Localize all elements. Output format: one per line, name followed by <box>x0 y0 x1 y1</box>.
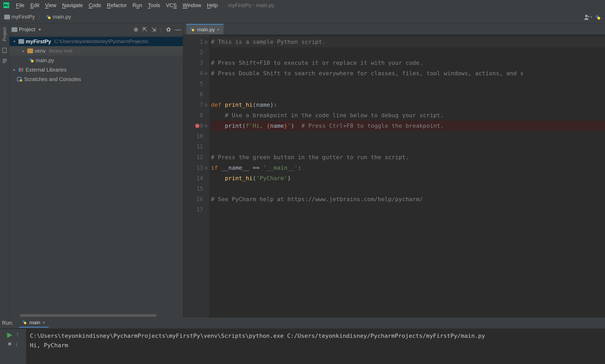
gutter-line[interactable]: 10 <box>183 131 207 142</box>
tool-window-project-stripe[interactable]: Project <box>2 26 7 43</box>
tree-root-name: myFirstPy <box>26 39 51 45</box>
chevron-right-icon[interactable]: ▸ <box>21 49 26 53</box>
gutter-line[interactable]: 15 <box>183 184 207 194</box>
python-file-icon <box>29 58 34 63</box>
python-file-icon <box>46 14 51 20</box>
gutter-line[interactable]: 5 <box>183 79 207 89</box>
menu-view[interactable]: View <box>42 1 59 9</box>
code-line[interactable]: # Use a breakpoint in the code line belo… <box>211 110 605 121</box>
menu-code[interactable]: Code <box>86 1 104 9</box>
tree-node-external-libraries[interactable]: ▸ External Libraries <box>9 65 183 74</box>
python-interpreter-icon[interactable] <box>595 14 600 20</box>
editor-tab-mainpy[interactable]: main.py × <box>186 24 224 34</box>
gutter-line[interactable]: 11 <box>183 142 207 152</box>
locate-file-icon[interactable]: ⊕ <box>134 26 138 33</box>
folder-icon <box>12 27 17 32</box>
project-tree[interactable]: ▾ myFirstPy C:\Users\teyonkindisney\Pych… <box>9 36 183 85</box>
tree-node-venv-name: venv <box>35 48 46 54</box>
settings-gear-icon[interactable]: ✿ <box>166 26 171 33</box>
gutter-line[interactable]: 6 <box>183 89 207 100</box>
gutter-line[interactable]: 12 <box>183 152 207 163</box>
navigation-bar: myFirstPy 〉 main.py ▾ <box>0 10 605 24</box>
code-line[interactable] <box>211 131 605 142</box>
close-tab-icon[interactable]: × <box>217 27 220 33</box>
code-line[interactable] <box>211 79 605 89</box>
menu-refactor[interactable]: Refactor <box>104 1 130 9</box>
run-tab-main[interactable]: main × <box>19 319 48 328</box>
gutter-line[interactable]: 4⊟ <box>183 68 207 79</box>
chevron-down-icon[interactable]: ▾ <box>12 39 17 44</box>
run-tool-window: ▶ ↑ ■ ↓ C:\Users\teyonkindisney\PycharmP… <box>0 329 605 364</box>
menu-window[interactable]: Window <box>180 1 204 9</box>
gutter-line[interactable]: 2 <box>183 47 207 58</box>
fold-icon[interactable]: ⊟ <box>205 100 207 110</box>
tree-root-project[interactable]: ▾ myFirstPy C:\Users\teyonkindisney\Pych… <box>9 37 183 46</box>
code-line[interactable]: # This is a sample Python script. <box>211 37 605 47</box>
menu-tools[interactable]: Tools <box>145 1 163 9</box>
code-line[interactable]: # Press the green button in the gutter t… <box>211 152 605 163</box>
svg-point-15 <box>20 79 22 82</box>
menu-vcs[interactable]: VCS <box>163 1 180 9</box>
code-line[interactable] <box>211 142 605 152</box>
project-tree-scrollbar[interactable] <box>9 313 183 318</box>
code-body[interactable]: # This is a sample Python script.# Press… <box>209 35 605 318</box>
folder-icon <box>4 15 10 19</box>
gutter-line[interactable]: 16 <box>183 194 207 205</box>
gutter-line[interactable]: 14 <box>183 173 207 184</box>
gutter-line[interactable]: 3 <box>183 58 207 68</box>
menu-run[interactable]: Run <box>130 1 145 9</box>
editor-gutter[interactable]: 1⊟234⊟567⊟89⊟10111213⊟14151617 <box>183 35 209 318</box>
gutter-line[interactable]: 8 <box>183 110 207 121</box>
gutter-line[interactable]: 1⊟ <box>183 37 207 47</box>
code-with-me-button[interactable]: ▾ <box>584 14 592 20</box>
stop-icon[interactable]: ■ <box>8 340 11 347</box>
code-line[interactable]: print_hi('PyCharm') <box>211 173 605 184</box>
fold-icon[interactable]: ⊟ <box>205 121 207 131</box>
editor-area: main.py × 1⊟234⊟567⊟89⊟10111213⊟14151617… <box>183 24 605 318</box>
menu-edit[interactable]: Edit <box>27 1 42 9</box>
code-line[interactable] <box>211 184 605 194</box>
tree-node-mainpy[interactable]: main.py <box>9 56 183 65</box>
breadcrumb-project-label: myFirstPy <box>12 14 35 20</box>
project-view-dropdown-icon[interactable]: ▼ <box>37 27 42 32</box>
code-line[interactable]: # See PyCharm help at https://www.jetbra… <box>211 194 605 205</box>
breadcrumb-project[interactable]: myFirstPy <box>3 13 36 20</box>
collapse-all-icon[interactable]: ⇲ <box>151 26 156 33</box>
code-line[interactable]: # Press Double Shift to search everywher… <box>211 68 605 79</box>
chevron-right-icon[interactable]: ▸ <box>12 67 17 72</box>
run-console-output[interactable]: C:\Users\teyonkindisney\PycharmProjects\… <box>26 329 605 364</box>
breadcrumb-file[interactable]: main.py <box>44 13 73 20</box>
fold-icon[interactable]: ⊟ <box>205 163 207 173</box>
gutter-line[interactable]: 7⊟ <box>183 100 207 110</box>
code-editor[interactable]: 1⊟234⊟567⊟89⊟10111213⊟14151617 # This is… <box>183 35 605 318</box>
project-panel-title[interactable]: Project <box>19 26 35 33</box>
scrollbar-thumb[interactable] <box>20 314 156 317</box>
code-line[interactable]: if __name__ == '__main__': <box>211 163 605 173</box>
code-line[interactable]: print(f'Hi, {name}') # Press Ctrl+F8 to … <box>211 121 605 131</box>
expand-all-icon[interactable]: ⇱ <box>142 26 147 33</box>
menu-navigate[interactable]: Navigate <box>59 1 86 9</box>
python-file-icon <box>22 320 27 325</box>
code-line[interactable] <box>211 205 605 215</box>
fold-icon[interactable]: ⊟ <box>205 68 207 79</box>
fold-icon[interactable]: ⊟ <box>205 37 207 47</box>
up-arrow-icon[interactable]: ↑ <box>16 331 19 339</box>
bookmarks-tool-icon[interactable] <box>2 47 8 53</box>
tree-node-venv[interactable]: ▸ venv library root <box>9 46 183 56</box>
close-run-tab-icon[interactable]: × <box>42 320 45 325</box>
code-line[interactable]: # Press Shift+F10 to execute it or repla… <box>211 58 605 68</box>
code-line[interactable] <box>211 89 605 100</box>
tree-node-scratches[interactable]: Scratches and Consoles <box>9 74 183 84</box>
down-arrow-icon[interactable]: ↓ <box>15 340 18 347</box>
gutter-line[interactable]: 17 <box>183 205 207 215</box>
gutter-line[interactable]: 9⊟ <box>183 121 207 131</box>
rerun-icon[interactable]: ▶ <box>7 331 12 339</box>
code-line[interactable]: def print_hi(name): <box>211 100 605 110</box>
menu-help[interactable]: Help <box>204 1 221 9</box>
breakpoint-icon[interactable] <box>195 124 199 128</box>
gutter-line[interactable]: 13⊟ <box>183 163 207 173</box>
code-line[interactable] <box>211 47 605 58</box>
hide-panel-icon[interactable]: — <box>175 26 181 33</box>
menu-file[interactable]: File <box>13 1 27 9</box>
structure-tool-icon[interactable] <box>2 58 8 64</box>
